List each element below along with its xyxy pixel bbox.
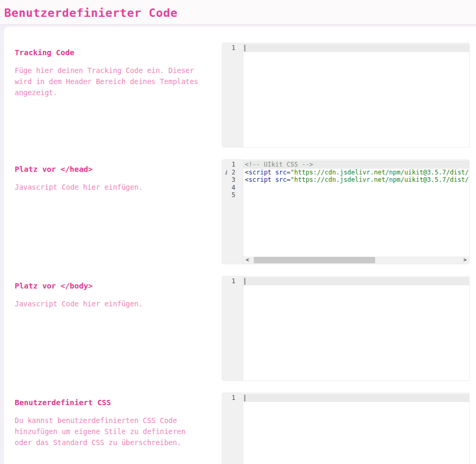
- text-cursor: [244, 45, 245, 52]
- code-editor-tracking[interactable]: 1: [222, 43, 470, 148]
- code-token-tag: script: [249, 176, 271, 183]
- content-area: Tracking Code Füge hier deinen Tracking …: [0, 25, 476, 464]
- line-number: 1: [222, 44, 243, 52]
- section-description: Du kannst benutzerdefinierten CSS Code h…: [15, 415, 205, 448]
- text-cursor: [244, 278, 245, 285]
- editor-column: 1: [222, 276, 470, 381]
- code-token-attr: src: [275, 176, 287, 183]
- code-line: [245, 277, 469, 285]
- line-number: 1: [222, 277, 243, 285]
- section-heading: Tracking Code: [15, 48, 206, 57]
- scrollbar-thumb[interactable]: [254, 257, 375, 263]
- code-line: [245, 394, 469, 402]
- section-description: Füge hier deinen Tracking Code ein. Dies…: [15, 65, 205, 98]
- code-token-string: "https://cdn.jsdelivr.net/npm/uikit@3.5.…: [291, 176, 469, 183]
- code-line: <script src="https://cdn.jsdelivr.net/np…: [245, 176, 469, 184]
- section-heading: Platz vor </body>: [15, 281, 206, 291]
- section-description: Javascript Code hier einfügen.: [15, 298, 205, 310]
- editor-gutter: 1: [222, 43, 243, 147]
- code-token-plain: [272, 169, 275, 176]
- section-text-column: Tracking Code Füge hier deinen Tracking …: [15, 43, 222, 148]
- code-token-comment: <!-- UIkit CSS -->: [245, 161, 313, 168]
- editor-column: 1: [222, 393, 470, 464]
- scrollbar-track[interactable]: [252, 256, 461, 264]
- code-line: <!-- UIkit CSS -->: [245, 161, 469, 169]
- section-description: Javascript Code hier einfügen.: [15, 182, 205, 193]
- code-token-attr: src: [275, 169, 287, 176]
- line-number: 5: [222, 191, 243, 199]
- code-editor-custom-css[interactable]: 1: [222, 393, 470, 464]
- code-editor-before-head[interactable]: 12i345<!-- UIkit CSS --><script src="htt…: [222, 159, 470, 264]
- code-token-tag: script: [249, 169, 271, 176]
- section-heading: Platz vor </head>: [15, 164, 206, 174]
- code-line: [245, 191, 469, 199]
- section-before-head: Platz vor </head> Javascript Code hier e…: [15, 159, 470, 264]
- section-custom-css: Benutzerdefiniert CSS Du kannst benutzer…: [15, 393, 470, 464]
- section-heading: Benutzerdefiniert CSS: [15, 398, 206, 407]
- line-number: 2i: [222, 169, 243, 177]
- editor-gutter: 1: [222, 393, 243, 464]
- settings-card: Tracking Code Füge hier deinen Tracking …: [4, 27, 476, 464]
- section-before-body: Platz vor </body> Javascript Code hier e…: [15, 276, 470, 381]
- editor-column: 12i345<!-- UIkit CSS --><script src="htt…: [222, 159, 470, 264]
- code-editor-before-body[interactable]: 1: [222, 276, 470, 381]
- lint-info-marker-icon: i: [225, 169, 227, 177]
- code-token-plain: [272, 176, 275, 183]
- line-number: 3: [222, 176, 243, 184]
- scroll-right-arrow-icon[interactable]: >: [461, 256, 469, 264]
- page-title: Benutzerdefinierter Code: [4, 7, 472, 19]
- code-token-op: =: [287, 176, 291, 183]
- editor-content[interactable]: [243, 393, 469, 464]
- editor-content[interactable]: <!-- UIkit CSS --><script src="https://c…: [243, 160, 469, 264]
- code-token-op: =: [287, 169, 291, 176]
- editor-column: 1: [222, 43, 470, 148]
- section-tracking-code: Tracking Code Füge hier deinen Tracking …: [15, 43, 470, 148]
- editor-content[interactable]: [243, 276, 469, 380]
- code-line: [245, 184, 469, 192]
- section-text-column: Platz vor </body> Javascript Code hier e…: [15, 276, 222, 381]
- code-line: [245, 44, 469, 52]
- section-text-column: Benutzerdefiniert CSS Du kannst benutzer…: [15, 393, 222, 464]
- code-line: <script src="https://cdn.jsdelivr.net/np…: [245, 169, 469, 177]
- page-header: Benutzerdefinierter Code: [0, 0, 476, 25]
- line-number: 4: [222, 184, 243, 192]
- line-number: 1: [222, 394, 243, 402]
- editor-gutter: 12i345: [222, 160, 243, 264]
- horizontal-scrollbar[interactable]: <>: [243, 256, 469, 264]
- editor-gutter: 1: [222, 276, 243, 380]
- section-text-column: Platz vor </head> Javascript Code hier e…: [15, 159, 222, 264]
- code-token-string: "https://cdn.jsdelivr.net/npm/uikit@3.5.…: [291, 169, 469, 176]
- scroll-left-arrow-icon[interactable]: <: [243, 256, 252, 264]
- editor-content[interactable]: [243, 43, 469, 147]
- line-number: 1: [222, 161, 243, 169]
- text-cursor: [244, 395, 245, 402]
